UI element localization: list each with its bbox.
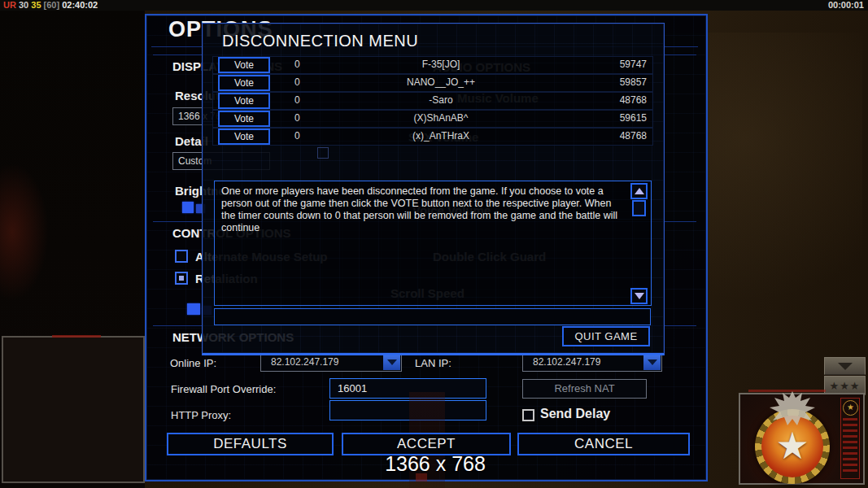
arrow-up-icon bbox=[635, 188, 644, 194]
star-icon: ★ bbox=[761, 424, 823, 468]
online-ip-label: Online IP: bbox=[170, 357, 216, 369]
scroll-down-button[interactable] bbox=[630, 288, 648, 304]
cancel-button[interactable]: CANCEL bbox=[517, 433, 690, 455]
scroll-up-button[interactable] bbox=[630, 183, 648, 199]
player-name: (X)ShAnAB^ bbox=[294, 112, 587, 124]
red-glow bbox=[0, 163, 49, 301]
player-name: -Saro bbox=[294, 94, 587, 106]
vote-row: Vote 0 -Saro 48768 bbox=[212, 92, 653, 110]
disconnect-message: One or more players have been disconnect… bbox=[221, 185, 624, 234]
player-ping: 48768 bbox=[582, 130, 647, 142]
quit-game-button[interactable]: QUIT GAME bbox=[562, 326, 650, 346]
player-ping: 48768 bbox=[582, 94, 647, 106]
firewall-port-input[interactable]: 16001 bbox=[329, 378, 486, 399]
game-screen: UR 30 35 [60] 02:40:02 00:00:01 OPTIONS … bbox=[0, 0, 868, 488]
player-name: F-35[JO] bbox=[294, 59, 587, 70]
retaliation-checkbox[interactable] bbox=[175, 272, 188, 285]
dragon-icon bbox=[763, 390, 822, 427]
top-hud-bar bbox=[0, 0, 868, 11]
chevron-down-icon[interactable] bbox=[383, 354, 400, 370]
send-delay-label: Send Delay bbox=[540, 407, 610, 421]
minimap-panel[interactable] bbox=[2, 336, 145, 483]
vote-button[interactable]: Vote bbox=[218, 129, 270, 145]
experience-bars bbox=[843, 418, 857, 475]
http-proxy-label: HTTP Proxy: bbox=[171, 409, 231, 421]
lan-ip-value: 82.102.247.179 bbox=[533, 353, 600, 371]
player-name: NANO__JO_++ bbox=[294, 76, 587, 88]
debug-clock: 02:40:02 bbox=[62, 0, 98, 10]
minimap-marker bbox=[52, 335, 101, 338]
down-arrow-icon bbox=[838, 363, 853, 370]
vote-row: Vote 0 (X)ShAnAB^ 59615 bbox=[212, 110, 653, 128]
command-bar-collapse-button[interactable] bbox=[824, 357, 866, 375]
alternate-mouse-checkbox[interactable] bbox=[175, 250, 188, 263]
player-ping: 59857 bbox=[582, 76, 647, 88]
debug-cap: [60] bbox=[44, 0, 60, 10]
message-box: One or more players have been disconnect… bbox=[214, 181, 652, 306]
player-name: (x)_AnTHraX bbox=[294, 130, 587, 142]
online-ip-value: 82.102.247.179 bbox=[271, 353, 338, 371]
scroll-thumb[interactable] bbox=[632, 200, 646, 216]
vote-button[interactable]: Vote bbox=[218, 75, 270, 91]
send-delay-checkbox[interactable] bbox=[522, 409, 534, 421]
debug-readout: UR 30 35 [60] 02:40:02 bbox=[3, 0, 98, 10]
resolution-readout: 1366 x 768 bbox=[354, 452, 517, 476]
debug-fps: 30 bbox=[19, 0, 28, 10]
unit-portrait-panel[interactable]: ★ ★ bbox=[739, 393, 865, 485]
debug-tag: UR bbox=[3, 0, 16, 10]
disconnection-dialog: DISCONNECTION MENU Vote 0 F-35[JO] 59747… bbox=[202, 23, 665, 355]
http-proxy-input[interactable] bbox=[329, 400, 486, 420]
vote-button[interactable]: Vote bbox=[218, 111, 270, 127]
refresh-nat-button[interactable]: Refresh NAT bbox=[522, 379, 647, 399]
rank-star-icon: ★ bbox=[843, 400, 858, 416]
chevron-down-icon[interactable] bbox=[643, 354, 661, 370]
arrow-down-icon bbox=[635, 293, 644, 299]
vote-button[interactable]: Vote bbox=[218, 93, 270, 109]
experience-column: ★ bbox=[840, 398, 860, 479]
stars-icon: ★★★ bbox=[830, 381, 861, 391]
vote-row: Vote 0 F-35[JO] 59747 bbox=[212, 56, 653, 74]
chat-input[interactable] bbox=[214, 308, 651, 325]
firewall-label: Firewall Port Override: bbox=[171, 383, 276, 395]
divider-box bbox=[317, 147, 329, 159]
scroll-speed-slider-handle[interactable] bbox=[187, 303, 200, 315]
player-ping: 59615 bbox=[582, 112, 647, 124]
defaults-button[interactable]: DEFAULTS bbox=[167, 433, 334, 455]
brightness-slider-handle[interactable] bbox=[182, 202, 194, 213]
debug-value: 35 bbox=[31, 0, 41, 10]
player-ping: 59747 bbox=[582, 59, 647, 70]
lan-ip-label: LAN IP: bbox=[415, 357, 451, 369]
vote-row: Vote 0 NANO__JO_++ 59857 bbox=[212, 74, 653, 92]
vote-button[interactable]: Vote bbox=[218, 57, 270, 73]
dialog-title: DISCONNECTION MENU bbox=[222, 32, 418, 50]
vote-row: Vote 0 (x)_AnTHraX 48768 bbox=[212, 128, 653, 146]
match-timer: 00:00:01 bbox=[828, 0, 864, 10]
